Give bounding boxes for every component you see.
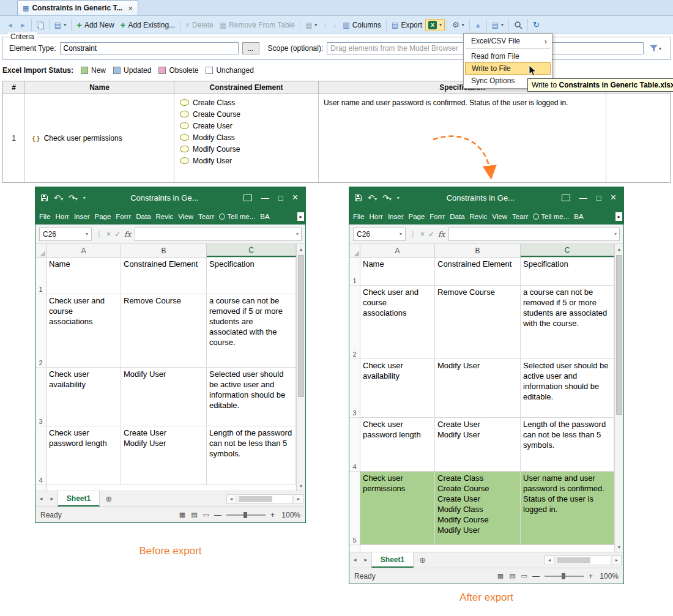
- tab-tell-me[interactable]: Tell me...: [217, 213, 258, 220]
- column-header-number[interactable]: #: [3, 81, 25, 94]
- tab-page-layout[interactable]: Page: [406, 213, 427, 220]
- remove-from-table-button[interactable]: ▦Remove From Table: [217, 19, 298, 31]
- redo-button[interactable]: ↷▾: [382, 193, 392, 202]
- cell-a1[interactable]: Name: [46, 258, 121, 294]
- close-tab-icon[interactable]: ×: [128, 4, 133, 13]
- cell-b4[interactable]: Create User Modify User: [435, 418, 521, 472]
- cell-a5[interactable]: Check user permissions: [360, 472, 435, 545]
- zoom-slider[interactable]: [545, 576, 584, 577]
- cell-c3[interactable]: Selected user should be active user and …: [521, 359, 614, 418]
- close-button[interactable]: ×: [292, 192, 298, 203]
- move-up-button[interactable]: ↑: [320, 19, 330, 31]
- tab-home[interactable]: Horr: [367, 213, 385, 220]
- cell-c2[interactable]: a course can not be removed if 5 or more…: [521, 286, 614, 359]
- column-header-b[interactable]: B: [435, 244, 521, 257]
- excel-sync-menu-button[interactable]: X▾: [425, 19, 445, 31]
- scroll-up-icon[interactable]: ▲: [297, 244, 305, 254]
- add-sheet-icon[interactable]: ⊕: [414, 555, 431, 565]
- cell-c3[interactable]: Selected user should be active user and …: [207, 368, 296, 426]
- cell-b2[interactable]: Remove Course: [121, 294, 207, 368]
- horizontal-scrollbar[interactable]: ◄ ►: [545, 555, 623, 565]
- save-icon[interactable]: [354, 194, 362, 202]
- zoom-slider-thumb[interactable]: [244, 512, 247, 518]
- forward-button[interactable]: ►: [17, 20, 29, 31]
- scrollbar-thumb[interactable]: [239, 496, 272, 502]
- cell-b1[interactable]: Constrained Element: [435, 258, 521, 286]
- cell-c2[interactable]: a course can not be removed if 5 or more…: [207, 294, 296, 368]
- collapse-toolbar-button[interactable]: ▲: [472, 20, 485, 31]
- normal-view-icon[interactable]: ▦: [497, 572, 504, 580]
- report-button[interactable]: ▤▾: [51, 19, 69, 31]
- row-header[interactable]: 3: [35, 368, 46, 426]
- refresh-button[interactable]: ↻: [530, 18, 543, 31]
- horizontal-scrollbar[interactable]: ◄ ►: [226, 494, 305, 504]
- scrollbar-thumb[interactable]: [557, 557, 590, 563]
- sheet-tab-sheet1[interactable]: Sheet1: [58, 491, 100, 507]
- tab-formulas[interactable]: Forrr: [427, 213, 447, 220]
- customize-qat-icon[interactable]: ▾: [397, 195, 400, 201]
- zoom-in-icon[interactable]: +: [589, 572, 593, 581]
- prev-sheet-icon[interactable]: ◄: [35, 496, 46, 502]
- scroll-left-icon[interactable]: ◄: [226, 494, 236, 504]
- cell-c1[interactable]: Specification: [207, 258, 296, 294]
- tab-page-layout[interactable]: Page: [92, 213, 113, 220]
- tab-formulas[interactable]: Forrr: [113, 213, 133, 220]
- zoom-in-icon[interactable]: +: [270, 511, 275, 519]
- column-header-c[interactable]: C: [207, 244, 296, 257]
- undo-button[interactable]: ↶▾: [368, 193, 377, 202]
- copy-button[interactable]: [34, 19, 47, 31]
- cell-a3[interactable]: Check user availability: [360, 359, 435, 418]
- zoom-out-icon[interactable]: —: [532, 572, 540, 581]
- vertical-scrollbar[interactable]: ▲ ▼: [614, 244, 623, 552]
- cell-b2[interactable]: Remove Course: [435, 286, 521, 359]
- tab-ba[interactable]: BA: [258, 213, 272, 220]
- page-break-view-icon[interactable]: ▭: [203, 511, 209, 519]
- row-header[interactable]: 2: [35, 294, 46, 368]
- move-down-button[interactable]: ↓: [330, 19, 340, 31]
- next-sheet-icon[interactable]: ►: [360, 557, 371, 563]
- row-header[interactable]: 3: [349, 359, 360, 418]
- cell-a2[interactable]: Check user and course associations: [360, 286, 435, 359]
- ribbon-display-options-icon[interactable]: [562, 195, 570, 201]
- row-header[interactable]: 4: [35, 426, 46, 485]
- more-tabs-icon[interactable]: ▸: [297, 212, 304, 221]
- move-rows-button[interactable]: ▦▾: [302, 19, 320, 31]
- enter-check-icon[interactable]: ✓: [428, 230, 434, 239]
- scroll-right-icon[interactable]: ►: [294, 494, 303, 504]
- name-box[interactable]: C26▾: [353, 228, 406, 241]
- scroll-down-icon[interactable]: ▼: [615, 542, 623, 552]
- menu-item-excel-csv-file[interactable]: Excel/CSV File ›: [465, 35, 551, 47]
- cell-c4[interactable]: Length of the password can not be less t…: [207, 426, 296, 485]
- cell-b3[interactable]: Modify User: [435, 359, 521, 418]
- menu-item-read-from-file[interactable]: Read from File: [465, 50, 551, 62]
- column-header-c[interactable]: C: [521, 244, 614, 257]
- column-header-b[interactable]: B: [121, 244, 207, 257]
- document-tab[interactable]: ▦ Constraints in Generic T... ×: [17, 0, 138, 15]
- row-name-cell[interactable]: { } Check user permissions: [25, 94, 174, 182]
- zoom-slider[interactable]: [226, 514, 266, 516]
- vertical-scrollbar[interactable]: ▲ ▼: [296, 244, 305, 491]
- view-menu-button[interactable]: ▤▾: [489, 19, 507, 31]
- options-button[interactable]: ⚙▾: [449, 18, 467, 31]
- row-header[interactable]: 4: [349, 418, 360, 472]
- export-button[interactable]: ▤Export: [389, 19, 425, 31]
- tab-insert[interactable]: Inser: [72, 213, 92, 220]
- select-all-corner[interactable]: [35, 244, 46, 257]
- scroll-up-icon[interactable]: ▲: [615, 244, 623, 254]
- zoom-level[interactable]: 100%: [280, 511, 300, 519]
- cell-b1[interactable]: Constrained Element: [121, 258, 207, 294]
- cell-b3[interactable]: Modify User: [121, 368, 207, 426]
- element-type-browse-button[interactable]: ...: [242, 42, 259, 54]
- select-all-corner[interactable]: [349, 244, 360, 257]
- delete-button[interactable]: ×Delete: [182, 19, 217, 31]
- save-icon[interactable]: [40, 194, 48, 202]
- cell-c1[interactable]: Specification: [521, 258, 614, 286]
- tab-view[interactable]: View: [489, 213, 510, 220]
- tab-home[interactable]: Horr: [53, 213, 72, 220]
- cell-c5[interactable]: User name and user password is confirmed…: [521, 472, 614, 545]
- undo-button[interactable]: ↶▾: [54, 193, 63, 202]
- tab-file[interactable]: File: [37, 213, 53, 220]
- menu-item-write-to-file[interactable]: Write to File: [465, 62, 551, 75]
- columns-button[interactable]: ▥Columns: [340, 19, 384, 31]
- page-layout-view-icon[interactable]: ▤: [509, 572, 515, 580]
